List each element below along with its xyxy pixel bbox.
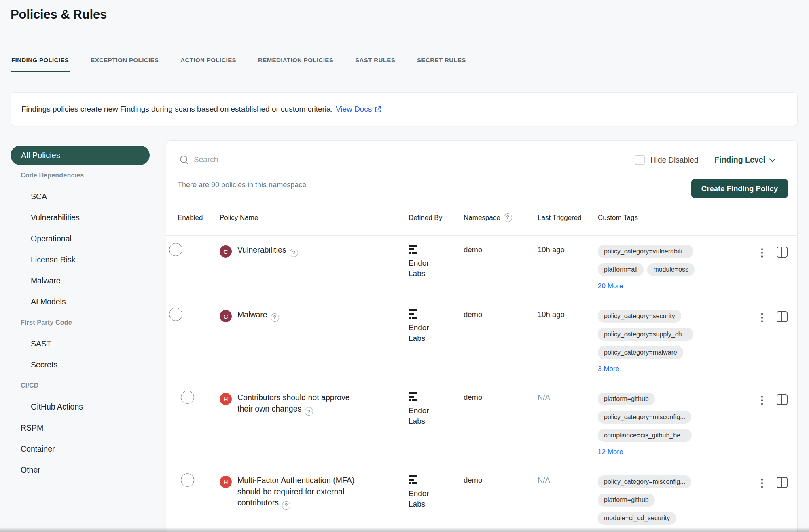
more-tags-link[interactable]: 20 More	[598, 282, 623, 290]
policy-name[interactable]: Malware?	[237, 309, 279, 322]
hide-disabled-checkbox[interactable]	[635, 155, 645, 165]
defined-by-cell: Endor Labs	[409, 245, 464, 279]
tag-pill: platform=github	[598, 494, 655, 507]
tab-exception-policies[interactable]: EXCEPTION POLICIES	[90, 52, 159, 72]
severity-badge: H	[220, 476, 232, 488]
more-tags-link[interactable]: 3 More	[598, 365, 619, 373]
hide-disabled-control[interactable]: Hide Disabled	[635, 155, 698, 165]
open-side-panel-icon[interactable]	[777, 394, 788, 405]
custom-tags-cell: policy_category=misconfig... platform=gi…	[598, 475, 743, 525]
last-triggered-cell: 10h ago	[538, 309, 598, 319]
sidebar-item-license-risk[interactable]: License Risk	[11, 255, 76, 264]
sidebar-item-container[interactable]: Container	[11, 444, 55, 454]
tab-action-policies[interactable]: ACTION POLICIES	[180, 52, 237, 72]
tab-bar: FINDING POLICIES EXCEPTION POLICIES ACTI…	[11, 52, 467, 72]
tag-pill: policy_category=vulnerabili...	[598, 245, 693, 258]
sidebar-item-all-policies[interactable]: All Policies	[11, 146, 150, 165]
policy-name[interactable]: Vulnerabilities?	[237, 245, 298, 258]
header-custom-tags: Custom Tags	[598, 213, 743, 222]
row-menu-kebab-icon[interactable]	[759, 394, 766, 407]
sidebar-item-sca[interactable]: SCA	[11, 192, 47, 201]
defined-by-name: Endor Labs	[409, 258, 434, 279]
sidebar-section-code-dependencies: Code Dependencies	[11, 172, 84, 179]
defined-by-name: Endor Labs	[409, 323, 434, 343]
defined-by-cell: Endor Labs	[409, 475, 464, 509]
tag-pill: platform=all	[598, 263, 644, 276]
sidebar-item-sast[interactable]: SAST	[11, 339, 51, 348]
custom-tags-cell: policy_category=vulnerabili... platform=…	[598, 245, 743, 290]
header-enabled: Enabled	[178, 213, 220, 222]
severity-badge: H	[220, 393, 232, 405]
view-docs-link[interactable]: View Docs	[336, 105, 382, 114]
search-field[interactable]	[178, 153, 627, 170]
create-finding-policy-button[interactable]: Create Finding Policy	[691, 179, 788, 198]
sidebar-item-github-actions[interactable]: GitHub Actions	[11, 402, 83, 412]
last-triggered-cell: N/A	[538, 475, 598, 485]
table-row: H Multi-Factor Authentication (MFA) shou…	[166, 466, 797, 532]
open-side-panel-icon[interactable]	[777, 311, 788, 322]
view-docs-label: View Docs	[336, 105, 372, 114]
sidebar-item-rspm[interactable]: RSPM	[11, 423, 43, 433]
open-side-panel-icon[interactable]	[777, 247, 788, 258]
endor-labs-logo-icon	[409, 309, 418, 319]
policy-name[interactable]: Multi-Factor Authentication (MFA) should…	[237, 475, 364, 510]
policy-help-icon[interactable]: ?	[271, 313, 279, 322]
namespace-help-icon[interactable]: ?	[504, 213, 512, 222]
toolbar-divider	[178, 200, 788, 200]
policies-toolbar: Hide Disabled Finding Level There are 90…	[166, 141, 797, 200]
endor-labs-logo-icon	[409, 392, 418, 402]
tab-finding-policies[interactable]: FINDING POLICIES	[11, 52, 70, 72]
tab-remediation-policies[interactable]: REMEDIATION POLICIES	[257, 52, 334, 72]
policy-help-icon[interactable]: ?	[305, 407, 313, 416]
policy-category-sidebar: All Policies Code Dependencies SCA Vulne…	[11, 146, 150, 480]
endor-labs-logo-icon	[409, 245, 418, 254]
chevron-down-icon	[769, 156, 776, 162]
endor-labs-logo-icon	[409, 475, 418, 485]
tab-sast-rules[interactable]: SAST RULES	[354, 52, 396, 72]
sidebar-item-other[interactable]: Other	[11, 465, 40, 475]
finding-level-dropdown[interactable]: Finding Level	[714, 155, 775, 165]
tag-pill: policy_category=misconfig...	[598, 475, 691, 488]
table-row: C Vulnerabilities? Endor Labs demo 10h a…	[166, 236, 797, 300]
sidebar-section-first-party-code: First Party Code	[11, 319, 72, 326]
header-namespace: Namespace ?	[464, 213, 538, 222]
header-defined-by: Defined By	[409, 213, 464, 222]
namespace-cell: demo	[464, 309, 538, 319]
policy-help-icon[interactable]: ?	[290, 249, 298, 257]
tag-pill: policy_category=malware	[598, 346, 683, 359]
finding-level-label: Finding Level	[714, 155, 765, 165]
header-policy-name: Policy Name	[220, 213, 409, 222]
namespace-cell: demo	[464, 392, 538, 402]
sidebar-item-secrets[interactable]: Secrets	[11, 360, 57, 369]
search-input[interactable]	[194, 155, 625, 164]
header-last-triggered: Last Triggered	[538, 213, 598, 222]
tag-pill: module=oss	[647, 263, 695, 276]
sidebar-item-malware[interactable]: Malware	[11, 276, 61, 285]
table-header-row: Enabled Policy Name Defined By Namespace…	[166, 200, 797, 236]
defined-by-cell: Endor Labs	[409, 309, 464, 343]
last-triggered-cell: N/A	[538, 392, 598, 402]
tag-pill: policy_category=security	[598, 310, 681, 323]
sidebar-item-ai-models[interactable]: AI Models	[11, 297, 66, 306]
tab-secret-rules[interactable]: SECRET RULES	[416, 52, 467, 72]
row-menu-kebab-icon[interactable]	[759, 247, 766, 259]
search-icon	[180, 156, 188, 164]
policy-name[interactable]: Contributors should not approve their ow…	[237, 392, 364, 416]
row-menu-kebab-icon[interactable]	[759, 477, 766, 490]
page-title: Policies & Rules	[11, 7, 107, 22]
policy-help-icon[interactable]: ?	[282, 501, 290, 510]
tag-pill: policy_category=supply_ch...	[598, 328, 693, 341]
sidebar-item-operational[interactable]: Operational	[11, 234, 72, 243]
more-tags-link[interactable]: 12 More	[598, 448, 623, 456]
table-row: C Malware? Endor Labs demo 10h ago polic…	[166, 300, 797, 383]
severity-badge: C	[220, 310, 232, 322]
namespace-cell: demo	[464, 245, 538, 254]
last-triggered-cell: 10h ago	[538, 245, 598, 254]
defined-by-cell: Endor Labs	[409, 392, 464, 426]
row-menu-kebab-icon[interactable]	[759, 311, 766, 324]
open-side-panel-icon[interactable]	[777, 477, 788, 488]
banner-text: Findings policies create new Findings du…	[21, 105, 333, 114]
tag-pill: compliance=cis_github_be...	[598, 429, 692, 442]
sidebar-item-vulnerabilities[interactable]: Vulnerabilities	[11, 213, 80, 222]
defined-by-name: Endor Labs	[409, 405, 434, 426]
